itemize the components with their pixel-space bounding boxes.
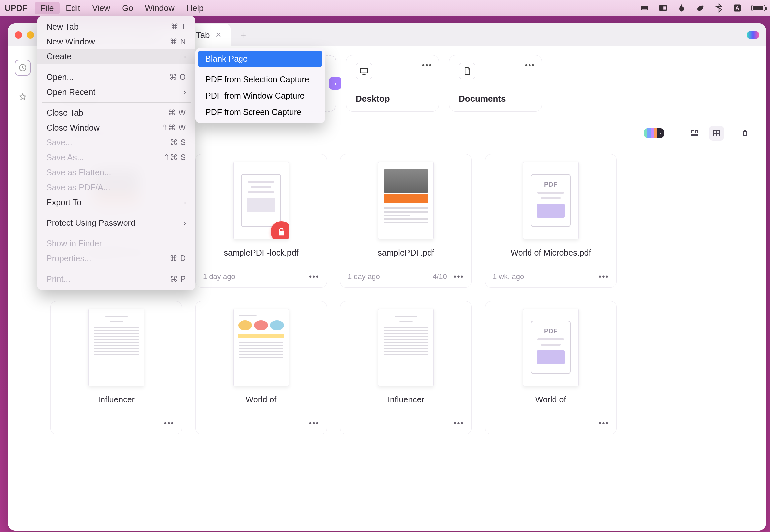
file-name: samplePDF-lock.pdf (224, 247, 298, 269)
tray-icon-2[interactable] (658, 3, 668, 13)
file-menu-item: Show in Finder (37, 236, 195, 251)
svg-rect-8 (692, 131, 694, 133)
file-name: World of (246, 394, 277, 415)
view-grid-button[interactable] (709, 126, 724, 141)
create-submenu-item[interactable]: Blank Page (198, 51, 322, 67)
file-name: samplePDF.pdf (378, 247, 434, 269)
svg-rect-7 (361, 68, 368, 73)
file-card[interactable]: Influencer••• (340, 301, 472, 434)
svg-rect-3 (663, 6, 666, 9)
left-rail (8, 46, 37, 531)
documents-label: Documents (459, 94, 532, 104)
file-more-icon[interactable]: ••• (454, 419, 464, 428)
svg-rect-11 (692, 135, 698, 136)
file-more-icon[interactable]: ••• (164, 419, 174, 428)
svg-text:A: A (735, 5, 739, 11)
file-pages: 4/10 (433, 272, 447, 281)
menubar-edit[interactable]: Edit (60, 2, 86, 14)
view-list-button[interactable] (687, 126, 702, 141)
card-more-icon[interactable]: ••• (525, 61, 535, 70)
svg-rect-0 (641, 6, 648, 10)
macos-menubar: UPDF File Edit View Go Window Help A (0, 0, 770, 16)
file-menu-item[interactable]: New Tab⌘ T (37, 19, 195, 34)
file-more-icon[interactable]: ••• (454, 272, 464, 281)
file-card[interactable]: Influencer••• (50, 301, 182, 434)
file-menu-item[interactable]: Create› (37, 49, 195, 64)
battery-icon[interactable] (751, 5, 765, 11)
bluetooth-icon[interactable] (714, 3, 723, 13)
flame-icon[interactable] (677, 3, 686, 13)
menubar-go[interactable]: Go (116, 2, 139, 14)
svg-rect-9 (695, 131, 698, 133)
file-menu-item[interactable]: Open...⌘ O (37, 70, 195, 85)
advance-arrow-icon[interactable]: › (329, 77, 341, 90)
file-menu-item[interactable]: Export To› (37, 195, 195, 210)
file-menu-item[interactable]: Close Tab⌘ W (37, 105, 195, 120)
svg-rect-10 (692, 134, 698, 135)
create-submenu: Blank PagePDF from Selection CapturePDF … (195, 48, 325, 123)
file-menu-item: Save...⌘ S (37, 135, 195, 150)
file-name: World of (535, 394, 566, 415)
create-submenu-item[interactable]: PDF from Window Capture (198, 88, 322, 104)
svg-rect-14 (714, 133, 716, 136)
file-date: 1 day ago (348, 272, 380, 281)
menubar-view[interactable]: View (86, 2, 116, 14)
file-more-icon[interactable]: ••• (599, 419, 609, 428)
file-card[interactable]: PDFWorld of••• (485, 301, 617, 434)
file-more-icon[interactable]: ••• (309, 419, 319, 428)
file-menu-item: Print...⌘ P (37, 272, 195, 287)
file-name: World of Microbes.pdf (511, 247, 591, 269)
file-menu-item: Save As...⇧⌘ S (37, 150, 195, 165)
menubar-file[interactable]: File (35, 2, 60, 14)
file-date: 1 day ago (203, 272, 235, 281)
file-card[interactable]: PDFWorld of Microbes.pdf1 wk. ago••• (485, 154, 617, 288)
delete-button[interactable] (737, 126, 753, 141)
documents-icon (459, 63, 475, 79)
rail-star-button[interactable] (15, 89, 31, 105)
menubar-help[interactable]: Help (180, 2, 209, 14)
svg-rect-15 (717, 133, 720, 136)
file-menu-item: Save as Flatten... (37, 165, 195, 180)
file-menu-item: Properties...⌘ D (37, 251, 195, 266)
tray-icon-1[interactable] (640, 3, 649, 13)
new-tab-button[interactable]: ＋ (237, 29, 249, 41)
svg-rect-1 (642, 9, 647, 9)
rail-recent-button[interactable] (15, 60, 31, 76)
file-menu-dropdown: New Tab⌘ TNew Window⌘ NCreate›Open...⌘ O… (37, 16, 195, 290)
file-card[interactable]: World of••• (195, 301, 327, 434)
file-menu-item[interactable]: New Window⌘ N (37, 34, 195, 49)
minimize-window-button[interactable] (27, 31, 34, 39)
svg-rect-12 (714, 130, 716, 133)
desktop-card[interactable]: ••• Desktop (346, 55, 439, 112)
app-brand-pill[interactable] (747, 31, 759, 39)
file-menu-item[interactable]: Open Recent› (37, 85, 195, 100)
color-filter[interactable]: ‹ (643, 127, 665, 139)
desktop-label: Desktop (356, 94, 430, 104)
keyboard-input-icon[interactable]: A (733, 3, 742, 13)
svg-rect-13 (717, 130, 720, 133)
menubar-window[interactable]: Window (139, 2, 181, 14)
create-submenu-item[interactable]: PDF from Screen Capture (198, 104, 322, 120)
file-menu-item[interactable]: Protect Using Password› (37, 216, 195, 230)
create-submenu-item[interactable]: PDF from Selection Capture (198, 71, 322, 88)
file-name: Influencer (98, 394, 135, 415)
file-date: 1 wk. ago (493, 272, 524, 281)
file-menu-item[interactable]: Close Window⇧⌘ W (37, 120, 195, 135)
documents-card[interactable]: ••• Documents (449, 55, 542, 112)
file-card[interactable]: samplePDF.pdf1 day ago4/10••• (340, 154, 472, 288)
app-name: UPDF (5, 3, 27, 13)
system-tray: A (640, 3, 765, 13)
file-menu-item: Save as PDF/A... (37, 180, 195, 195)
file-more-icon[interactable]: ••• (599, 272, 609, 281)
card-more-icon[interactable]: ••• (422, 61, 432, 70)
close-window-button[interactable] (15, 31, 22, 39)
leaf-icon[interactable] (696, 3, 705, 13)
file-card[interactable]: samplePDF-lock.pdf1 day ago••• (195, 154, 327, 288)
file-more-icon[interactable]: ••• (309, 272, 319, 281)
file-name: Influencer (388, 394, 424, 415)
desktop-icon (356, 63, 372, 79)
close-tab-icon[interactable]: ✕ (215, 31, 221, 39)
